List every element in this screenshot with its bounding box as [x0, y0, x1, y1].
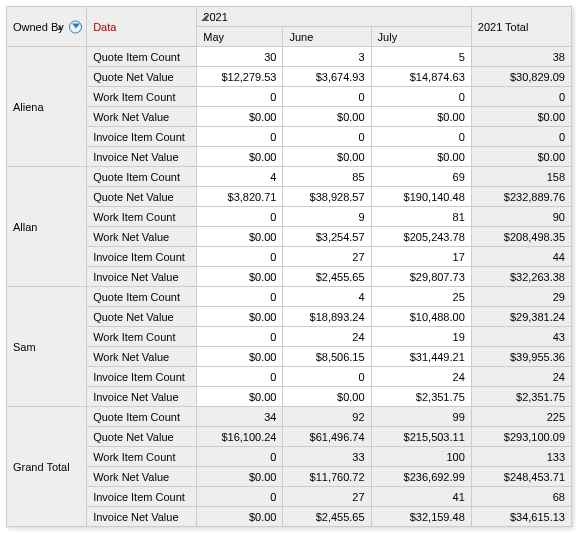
owner-cell[interactable]: Allan [7, 167, 87, 287]
value-cell[interactable]: $0.00 [197, 307, 283, 327]
row-total-cell[interactable]: 0 [471, 87, 571, 107]
value-cell[interactable]: $18,893.24 [283, 307, 371, 327]
row-total-cell[interactable]: 43 [471, 327, 571, 347]
value-cell[interactable]: 81 [371, 207, 471, 227]
value-cell[interactable]: 0 [283, 127, 371, 147]
value-cell[interactable]: $3,254.57 [283, 227, 371, 247]
metric-cell[interactable]: Work Net Value [87, 347, 197, 367]
value-cell[interactable]: $2,455.65 [283, 267, 371, 287]
value-cell[interactable]: $0.00 [197, 347, 283, 367]
value-cell[interactable]: $0.00 [197, 107, 283, 127]
row-total-cell[interactable]: 29 [471, 287, 571, 307]
owner-cell[interactable]: Grand Total [7, 407, 87, 527]
value-cell[interactable]: $0.00 [283, 107, 371, 127]
metric-cell[interactable]: Quote Item Count [87, 47, 197, 67]
metric-cell[interactable]: Work Net Value [87, 227, 197, 247]
row-total-cell[interactable]: 44 [471, 247, 571, 267]
value-cell[interactable]: $61,496.74 [283, 427, 371, 447]
value-cell[interactable]: $190,140.48 [371, 187, 471, 207]
row-total-cell[interactable]: 225 [471, 407, 571, 427]
value-cell[interactable]: $11,760.72 [283, 467, 371, 487]
value-cell[interactable]: $16,100.24 [197, 427, 283, 447]
row-total-cell[interactable]: $39,955.36 [471, 347, 571, 367]
value-cell[interactable]: $0.00 [283, 387, 371, 407]
value-cell[interactable]: 41 [371, 487, 471, 507]
value-cell[interactable]: 0 [197, 327, 283, 347]
value-cell[interactable]: 3 [283, 47, 371, 67]
month-header-june[interactable]: June [283, 27, 371, 47]
value-cell[interactable]: $14,874.63 [371, 67, 471, 87]
value-cell[interactable]: $12,279.53 [197, 67, 283, 87]
value-cell[interactable]: 9 [283, 207, 371, 227]
value-cell[interactable]: 27 [283, 487, 371, 507]
metric-cell[interactable]: Quote Item Count [87, 167, 197, 187]
year-header[interactable]: ◢ 2021 [197, 7, 471, 27]
row-total-cell[interactable]: $0.00 [471, 147, 571, 167]
value-cell[interactable]: $10,488.00 [371, 307, 471, 327]
value-cell[interactable]: 0 [283, 87, 371, 107]
value-cell[interactable]: $0.00 [197, 387, 283, 407]
row-total-cell[interactable]: $30,829.09 [471, 67, 571, 87]
value-cell[interactable]: $236,692.99 [371, 467, 471, 487]
row-total-cell[interactable]: $248,453.71 [471, 467, 571, 487]
value-cell[interactable]: 30 [197, 47, 283, 67]
value-cell[interactable]: 0 [197, 367, 283, 387]
value-cell[interactable]: 100 [371, 447, 471, 467]
metric-cell[interactable]: Quote Item Count [87, 287, 197, 307]
value-cell[interactable]: 0 [197, 87, 283, 107]
metric-cell[interactable]: Invoice Net Value [87, 507, 197, 527]
value-cell[interactable]: $0.00 [371, 107, 471, 127]
value-cell[interactable]: 0 [197, 447, 283, 467]
row-total-cell[interactable]: 158 [471, 167, 571, 187]
metric-cell[interactable]: Work Item Count [87, 327, 197, 347]
metric-cell[interactable]: Invoice Net Value [87, 387, 197, 407]
year-total-header[interactable]: 2021 Total [471, 7, 571, 47]
value-cell[interactable]: 33 [283, 447, 371, 467]
row-total-cell[interactable]: 24 [471, 367, 571, 387]
month-header-july[interactable]: July [371, 27, 471, 47]
value-cell[interactable]: $0.00 [197, 507, 283, 527]
filter-icon[interactable] [69, 20, 82, 33]
value-cell[interactable]: $205,243.78 [371, 227, 471, 247]
metric-cell[interactable]: Quote Net Value [87, 427, 197, 447]
metric-cell[interactable]: Invoice Item Count [87, 487, 197, 507]
metric-cell[interactable]: Invoice Net Value [87, 147, 197, 167]
row-total-cell[interactable]: $29,381.24 [471, 307, 571, 327]
value-cell[interactable]: 0 [197, 487, 283, 507]
value-cell[interactable]: 5 [371, 47, 471, 67]
metric-cell[interactable]: Work Item Count [87, 207, 197, 227]
row-total-cell[interactable]: $208,498.35 [471, 227, 571, 247]
value-cell[interactable]: 99 [371, 407, 471, 427]
value-cell[interactable]: $0.00 [371, 147, 471, 167]
data-header[interactable]: Data [87, 7, 197, 47]
value-cell[interactable]: 0 [197, 247, 283, 267]
value-cell[interactable]: 0 [371, 87, 471, 107]
row-total-cell[interactable]: $293,100.09 [471, 427, 571, 447]
value-cell[interactable]: 19 [371, 327, 471, 347]
value-cell[interactable]: 27 [283, 247, 371, 267]
metric-cell[interactable]: Quote Net Value [87, 67, 197, 87]
metric-cell[interactable]: Work Net Value [87, 107, 197, 127]
sort-asc-icon[interactable]: ▲ [56, 22, 64, 31]
metric-cell[interactable]: Work Net Value [87, 467, 197, 487]
row-total-cell[interactable]: $32,263.38 [471, 267, 571, 287]
value-cell[interactable]: $38,928.57 [283, 187, 371, 207]
value-cell[interactable]: $0.00 [197, 227, 283, 247]
value-cell[interactable]: 4 [283, 287, 371, 307]
value-cell[interactable]: 17 [371, 247, 471, 267]
metric-cell[interactable]: Quote Net Value [87, 187, 197, 207]
row-total-cell[interactable]: $232,889.76 [471, 187, 571, 207]
value-cell[interactable]: 69 [371, 167, 471, 187]
metric-cell[interactable]: Work Item Count [87, 87, 197, 107]
metric-cell[interactable]: Invoice Item Count [87, 247, 197, 267]
value-cell[interactable]: 92 [283, 407, 371, 427]
value-cell[interactable]: $31,449.21 [371, 347, 471, 367]
value-cell[interactable]: $3,820.71 [197, 187, 283, 207]
owned-by-header[interactable]: Owned By ▲ [7, 7, 87, 47]
row-total-cell[interactable]: $2,351.75 [471, 387, 571, 407]
row-total-cell[interactable]: 68 [471, 487, 571, 507]
row-total-cell[interactable]: 38 [471, 47, 571, 67]
value-cell[interactable]: 0 [197, 287, 283, 307]
value-cell[interactable]: $2,351.75 [371, 387, 471, 407]
row-total-cell[interactable]: $0.00 [471, 107, 571, 127]
